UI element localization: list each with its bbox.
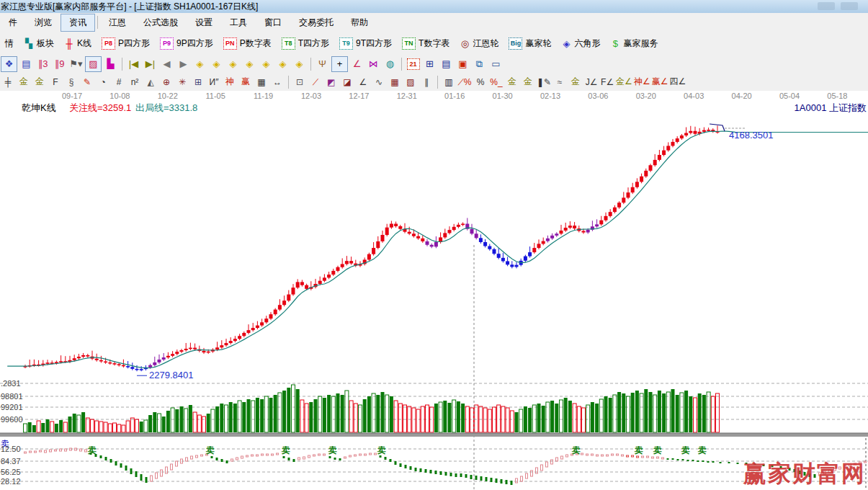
ying-angle-icon[interactable]: 赢∠: [652, 75, 668, 89]
pattern-flower-icon[interactable]: ❖: [1, 56, 17, 72]
menu-item-6[interactable]: 工具: [221, 14, 256, 32]
quote-button[interactable]: 情: [0, 35, 19, 52]
menu-item-1[interactable]: 浏览: [26, 14, 61, 32]
capture-icon[interactable]: ⧉: [472, 57, 487, 71]
print-icon[interactable]: ▭: [488, 57, 504, 71]
si-angle-icon[interactable]: 四∠: [669, 75, 686, 89]
grid-icon[interactable]: ▦: [388, 75, 402, 89]
kline-button[interactable]: ╫K线: [59, 35, 97, 52]
gann-fan-icon[interactable]: ╪: [1, 75, 15, 89]
angle-measure-icon[interactable]: ∠: [349, 57, 364, 71]
histogram-icon[interactable]: ▙: [103, 57, 118, 71]
compass-icon[interactable]: ⊕: [159, 75, 174, 89]
star-web-icon[interactable]: ✳: [175, 75, 189, 89]
calendar-icon[interactable]: 21: [406, 57, 421, 71]
shen-angle-icon[interactable]: 神∠: [634, 75, 650, 89]
column-chart-icon[interactable]: ▥: [442, 75, 456, 89]
percent-diag-icon[interactable]: ⟋%: [457, 75, 472, 89]
ying-icon[interactable]: 赢: [238, 75, 253, 89]
percent-icon[interactable]: %: [473, 75, 488, 89]
menu-item-3[interactable]: 江恩: [100, 14, 135, 32]
shen-icon[interactable]: 神: [223, 75, 237, 89]
zoom-hexpand-icon[interactable]: ◈: [225, 57, 241, 71]
mirror-icon[interactable]: ◭: [143, 75, 158, 89]
sector-button[interactable]: ▚板块: [19, 35, 59, 52]
f-angle-icon[interactable]: F∠: [600, 75, 614, 89]
maximize-button[interactable]: [841, 2, 858, 10]
9p-square-button[interactable]: P99P四方形: [155, 35, 218, 52]
gold-ratio2-icon[interactable]: 金: [32, 75, 47, 89]
angle-lines-icon[interactable]: ∠: [356, 75, 370, 89]
save-icon[interactable]: ▣: [455, 57, 470, 71]
menu-item-7[interactable]: 窗口: [256, 14, 290, 32]
gold-line-icon[interactable]: 金: [521, 75, 535, 89]
fib-grid-icon[interactable]: F: [48, 75, 63, 89]
kline9-icon[interactable]: ∥9: [52, 57, 67, 71]
title-bar[interactable]: 家江恩专业版[赢家内部服务平台] - [上证指数 SH1A0001-167日K线…: [0, 0, 868, 13]
menu-item-9[interactable]: 帮助: [342, 14, 377, 32]
spiral-icon[interactable]: §: [64, 75, 79, 89]
menu-item-5[interactable]: 设置: [187, 14, 221, 32]
notes-icon[interactable]: ▤: [19, 57, 34, 71]
zoom-hshrink-icon[interactable]: ◈: [242, 57, 257, 71]
grid-123-icon[interactable]: ▦: [254, 75, 269, 89]
box-tool-icon[interactable]: ⊡: [292, 75, 307, 89]
flag-dropdown-icon[interactable]: ⚑▾: [68, 57, 84, 71]
9t-square-button[interactable]: T99T四方形: [334, 35, 397, 52]
gold-circle-icon[interactable]: 金: [505, 75, 519, 89]
notepad-icon[interactable]: ▤: [439, 57, 454, 71]
p-table-button[interactable]: PNP数字表: [218, 35, 277, 52]
spider-web-icon[interactable]: ⊞: [191, 75, 205, 89]
width-measure-icon[interactable]: ↔: [270, 75, 285, 89]
zoom-vexpand-icon[interactable]: ◈: [259, 57, 274, 71]
calculator-icon[interactable]: ⊞: [422, 57, 437, 71]
rays-box-icon[interactable]: ◩: [324, 75, 339, 89]
pattern-red-icon[interactable]: ▨: [85, 56, 102, 72]
zoom-all-icon[interactable]: ◈: [275, 57, 290, 71]
menu-item-4[interactable]: 公式选股: [135, 14, 187, 32]
candlestick-chart[interactable]: 2279.84014168.3501.2831988019920199600卖1…: [0, 91, 868, 490]
grid-arrow-icon[interactable]: ▨: [403, 75, 418, 89]
zoom-move-icon[interactable]: ◈: [292, 57, 307, 71]
rays-icon[interactable]: ⟋: [308, 75, 323, 89]
square-number-icon[interactable]: n²: [127, 75, 142, 89]
menu-item-2[interactable]: 资讯: [61, 14, 95, 32]
v-dash-icon[interactable]: ∿: [372, 75, 386, 89]
minimize-button[interactable]: [818, 2, 835, 10]
first-bar-icon[interactable]: |◀: [126, 57, 141, 71]
kline3-icon[interactable]: ∥3: [35, 57, 50, 71]
parallel-lines-icon[interactable]: ∥: [419, 75, 434, 89]
gann-wheel-button[interactable]: ◎江恩轮: [455, 35, 504, 52]
winner-wheel-button[interactable]: Big赢家轮: [504, 35, 556, 52]
zoom-right-icon[interactable]: ◈: [209, 57, 224, 71]
time-cycle-icon[interactable]: ◔: [96, 75, 110, 89]
hexagon-button[interactable]: ◈六角形: [556, 35, 605, 52]
menu-item-8[interactable]: 交易委托: [290, 14, 342, 32]
wave2-icon[interactable]: ≈: [552, 75, 567, 89]
gold-ratio-icon[interactable]: 金: [17, 75, 31, 89]
crosshair-icon[interactable]: +: [331, 56, 348, 72]
hatch-icon[interactable]: #: [112, 75, 126, 89]
gold-under-icon[interactable]: 金: [568, 75, 583, 89]
col-pencil-icon[interactable]: ❚✎: [537, 75, 551, 89]
winner-service-button[interactable]: $赢家服务: [605, 35, 663, 52]
menu-item-0[interactable]: 件: [0, 14, 26, 32]
zoom-left-icon[interactable]: ◈: [192, 57, 207, 71]
t-square-button[interactable]: T8T四方形: [277, 35, 334, 52]
chart-area[interactable]: 09-1710-0810-2211-0511-1912-0312-1712-31…: [0, 91, 868, 490]
next-bar-icon[interactable]: ▶: [176, 57, 191, 71]
percent-line-icon[interactable]: %_: [489, 75, 504, 89]
window-controls[interactable]: [818, 2, 858, 10]
gold-angle-icon[interactable]: 金∠: [616, 75, 632, 89]
hand-tool-icon[interactable]: Ψ: [315, 57, 330, 71]
p-square-button[interactable]: P8P四方形: [97, 35, 155, 52]
wave-mark-icon[interactable]: И″: [207, 75, 221, 89]
last-bar-icon[interactable]: ▶|: [143, 57, 158, 71]
t-table-button[interactable]: TNT数字表: [397, 35, 455, 52]
prev-bar-icon[interactable]: ◀: [159, 57, 174, 71]
magic-shape-icon[interactable]: ⋈: [366, 57, 381, 71]
box-diag-icon[interactable]: ◪: [340, 75, 354, 89]
j-angle-icon[interactable]: J∠: [584, 75, 599, 89]
brain-icon[interactable]: ◍: [382, 57, 398, 71]
pencil-icon[interactable]: ✎: [80, 75, 94, 89]
